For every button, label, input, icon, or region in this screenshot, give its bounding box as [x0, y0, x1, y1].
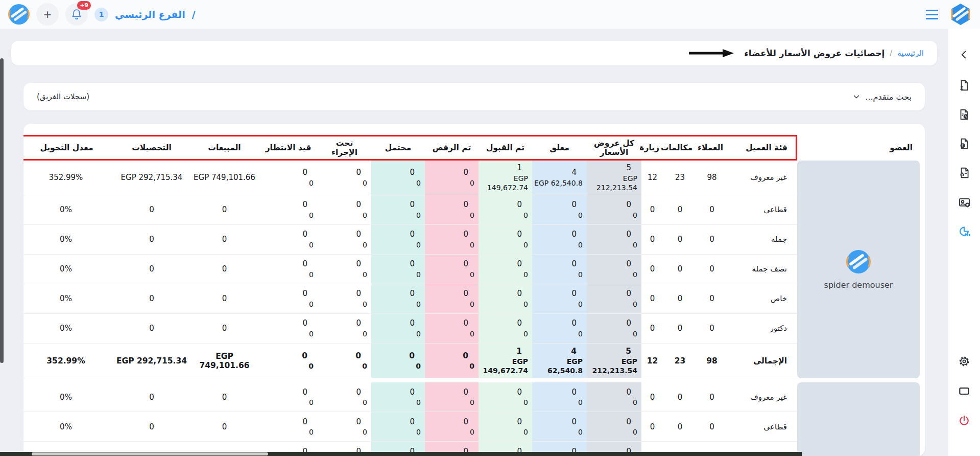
column-header: تم القبول	[479, 135, 532, 161]
horizontal-scrollbar-thumb[interactable]	[32, 452, 268, 455]
schedule-report-icon	[958, 108, 971, 121]
value-cell: 00	[318, 225, 371, 255]
value-cell: 0%	[23, 255, 113, 284]
value-cell: 00	[318, 412, 371, 442]
value-cell: 0%	[23, 314, 113, 344]
advanced-search-label: بحث متقدم...	[865, 92, 912, 102]
page-title: إحصائيات عروض الأسعار للأعضاء	[744, 48, 885, 58]
value-cell: 00	[425, 161, 479, 195]
value-cell: 00	[318, 195, 371, 225]
breadcrumb-home-link[interactable]: الرئيسية	[897, 49, 924, 58]
value-cell: 00	[425, 382, 479, 412]
stats-table: العضوفئة العميلالعملاءمكالماتزيارةكل عرو…	[23, 135, 920, 456]
value-cell: 1EGP 149,672.74	[479, 161, 532, 195]
value-cell: EGP 749,101.66	[190, 344, 259, 379]
sidebar-item-member-card[interactable]	[955, 193, 973, 211]
value-cell: 23	[663, 344, 697, 379]
value-cell: 00	[371, 195, 425, 225]
breadcrumb-separator: /	[890, 49, 892, 58]
category-cell: غير معروف	[727, 161, 797, 195]
value-cell: 00	[371, 314, 425, 344]
spider-logo-icon	[846, 249, 871, 274]
value-cell: 00	[259, 412, 318, 442]
value-cell: 0	[697, 255, 727, 284]
value-cell: 0	[663, 195, 697, 225]
sidebar-item-member-report[interactable]	[955, 77, 973, 94]
right-sidebar	[948, 29, 980, 456]
value-cell: 0	[190, 284, 259, 314]
value-cell: 0	[697, 382, 727, 412]
value-cell: 0	[663, 284, 697, 314]
value-cell: 0%	[23, 284, 113, 314]
column-header: كل عروض الأسعار	[587, 135, 641, 161]
horizontal-scrollbar[interactable]	[0, 452, 802, 456]
value-cell: 00	[259, 284, 318, 314]
value-cell: 4EGP 62,540.8	[532, 344, 587, 379]
value-cell: 00	[259, 225, 318, 255]
member-name: spider demouser	[824, 280, 893, 290]
sidebar-collapse-button[interactable]	[955, 46, 973, 63]
advanced-search-toggle[interactable]: بحث متقدم...	[852, 92, 912, 102]
notifications-button[interactable]: +9	[65, 3, 88, 26]
column-header: قيد الانتظار	[259, 135, 318, 161]
vertical-scrollbar[interactable]	[0, 58, 4, 363]
branch-slash: /	[192, 9, 196, 20]
value-cell: 0%	[23, 195, 113, 225]
value-cell: 0	[663, 255, 697, 284]
value-cell: 00	[479, 412, 532, 442]
value-cell: 1EGP 149,672.74	[479, 344, 532, 379]
value-cell: 0	[190, 382, 259, 412]
settings-button[interactable]	[955, 353, 973, 370]
value-cell: 0	[113, 382, 190, 412]
bell-icon	[70, 8, 83, 20]
category-cell: الإجمالى	[727, 344, 797, 379]
value-cell: 0	[663, 314, 697, 344]
value-cell: 00	[318, 161, 371, 195]
quotes-statistics-icon	[958, 224, 971, 238]
value-cell: 00	[587, 314, 641, 344]
value-cell: 00	[259, 195, 318, 225]
value-cell: 00	[532, 255, 587, 284]
value-cell: 00	[532, 314, 587, 344]
category-cell: جمله	[727, 225, 797, 255]
app-logo-avatar[interactable]	[8, 4, 30, 25]
sidebar-item-schedule-report[interactable]	[955, 106, 973, 123]
column-header: فئة العميل	[727, 135, 797, 161]
value-cell: 4EGP 62,540.8	[532, 161, 587, 195]
value-cell: 0	[641, 382, 663, 412]
filters-card: بحث متقدم... (سجلات الفريق)	[23, 83, 925, 110]
spider-logo-icon	[8, 4, 30, 25]
column-header: تم الرفض	[425, 135, 479, 161]
chevron-down-icon	[852, 92, 861, 101]
value-cell: 0	[697, 412, 727, 442]
column-header: محتمل	[371, 135, 425, 161]
column-header: معدل التحويل	[23, 135, 113, 161]
sidebar-item-quotes-statistics[interactable]	[955, 222, 973, 240]
logout-button[interactable]	[955, 412, 973, 429]
value-cell: 98	[697, 344, 727, 379]
value-cell: 00	[318, 284, 371, 314]
value-cell: 00	[318, 314, 371, 344]
table-row: قطاعى00000000000000000000%	[23, 412, 920, 442]
branch-count-badge: 1	[94, 8, 108, 21]
screen-button[interactable]	[955, 382, 973, 400]
annotation-arrow	[689, 49, 734, 57]
menu-icon[interactable]	[924, 8, 940, 21]
value-cell: 00	[587, 195, 641, 225]
column-header: التحصيلات	[113, 135, 190, 161]
value-cell: 00	[532, 195, 587, 225]
value-cell: 00	[371, 382, 425, 412]
add-button[interactable]: +	[36, 3, 59, 26]
value-cell: 0	[697, 225, 727, 255]
value-cell: 00	[425, 284, 479, 314]
branch-link[interactable]: الفرع الرئيسي	[115, 9, 185, 20]
member-report-icon	[958, 79, 971, 92]
sidebar-item-alert-report[interactable]	[955, 135, 973, 152]
column-header: مكالمات	[663, 135, 697, 161]
sidebar-item-product-report[interactable]	[955, 164, 973, 181]
main-content: الرئيسية / إحصائيات عروض الأسعار للأعضاء…	[0, 29, 948, 456]
column-header: المبيعات	[190, 135, 259, 161]
value-cell: 352.99%	[23, 344, 113, 379]
value-cell: 00	[479, 225, 532, 255]
chevron-left-icon	[959, 49, 970, 60]
